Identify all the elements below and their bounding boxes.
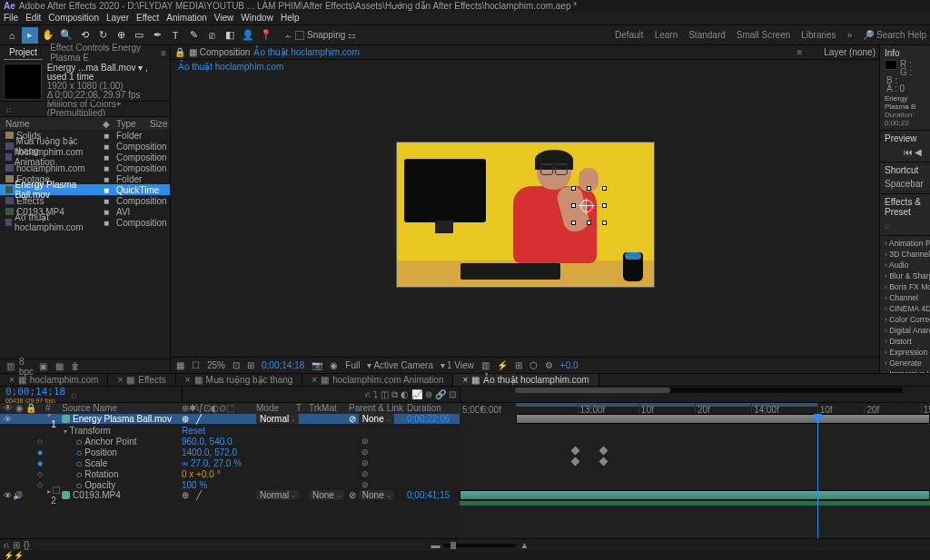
workspace-libraries[interactable]: Libraries (801, 30, 836, 40)
views-dropdown[interactable]: ▾ 1 View (440, 360, 474, 370)
new-comp-icon[interactable]: ▦ (53, 360, 65, 373)
menu-effect[interactable]: Effect (136, 13, 159, 23)
workspace-standard[interactable]: Standard (688, 30, 726, 40)
clone-tool[interactable]: ⎚ (203, 27, 220, 44)
first-frame-icon[interactable]: ⏮ (904, 147, 913, 157)
keyframe[interactable] (599, 457, 608, 467)
camera-dropdown[interactable]: ▾ Active Camera (367, 360, 433, 370)
snap-opts-icon[interactable]: ⚏ (348, 30, 356, 40)
bpc-button[interactable]: 8 bpc (20, 360, 33, 373)
home-tool[interactable]: ⌂ (4, 27, 20, 44)
effect-category[interactable]: Blur & Sharpen (880, 270, 930, 281)
menu-composition[interactable]: Composition (48, 13, 99, 23)
motion-blur-icon[interactable]: ◐ (401, 389, 409, 399)
3d-icon[interactable]: ⬡ (529, 360, 538, 370)
panel-menu-icon[interactable]: ≡ (161, 48, 166, 58)
effect-category[interactable]: Immersive Video (880, 368, 930, 373)
grid-icon[interactable]: ⊞ (515, 360, 522, 370)
comp-panel-menu-icon[interactable]: ≡ (796, 47, 802, 57)
interpret-icon[interactable]: ▥ (4, 360, 16, 373)
toggle-pane-icon[interactable]: ⊞ (13, 540, 20, 550)
transform-property[interactable]: ◇ÖOpacity100 %⊘ (0, 479, 460, 490)
project-item[interactable]: Ảo thuật hoclamphim.com■Composition (0, 217, 170, 228)
layer-row-1[interactable]: 👁 ▾ 1 Energy Plasma Ball.mov ⊕ ╱ Normal … (0, 414, 460, 425)
effect-category[interactable]: Color Correction (880, 314, 930, 325)
timeline-tab[interactable]: ×▦hoclamphim.com (0, 374, 108, 386)
graph-editor-icon[interactable]: 📈 (411, 389, 422, 399)
resolution-icon[interactable]: ⊡ (232, 360, 240, 370)
flowchart-link[interactable]: Ảo thuật hoclamphim.com (178, 62, 283, 72)
menu-edit[interactable]: Edit (25, 13, 41, 23)
timeline-tab[interactable]: ×▦Effects (108, 374, 175, 386)
align-icon[interactable]: ⫠ (283, 30, 292, 40)
project-item[interactable]: hoclamphim.com Animation■Composition (0, 152, 170, 162)
link-icon[interactable]: 🔗 (435, 389, 446, 399)
snapping-checkbox[interactable] (295, 31, 304, 40)
frame-blend-icon[interactable]: ⧉ (391, 389, 398, 400)
quality-dropdown[interactable]: Full (345, 360, 360, 370)
preview-time[interactable]: 0;00;14;18 (262, 360, 304, 370)
gpu-bolt-icon[interactable]: ⚡⚡ (4, 551, 24, 560)
project-item[interactable]: hoclamphim.com■Composition (0, 162, 170, 173)
effect-category[interactable]: CINEMA 4D (880, 303, 930, 314)
timeline-tab[interactable]: ×▦Mưa ruộng bậc thang (176, 374, 303, 386)
menu-file[interactable]: File (4, 13, 18, 23)
draft-3d-icon[interactable]: ◫ (381, 389, 389, 399)
mask-icon[interactable]: ▦ (176, 360, 184, 370)
toggle-alpha-icon[interactable]: ☐ (192, 360, 200, 370)
effect-category[interactable]: Distort (880, 336, 930, 347)
roto-tool[interactable]: 👤 (240, 27, 256, 44)
pixel-aspect-icon[interactable]: ▥ (481, 360, 490, 370)
menu-help[interactable]: Help (281, 13, 300, 23)
search-help[interactable]: 🔎 Search Help (863, 30, 926, 40)
effect-category[interactable]: Boris FX Mocha (880, 281, 930, 292)
project-search[interactable]: ⌕ (0, 101, 170, 117)
keyframe[interactable] (599, 447, 608, 456)
text-tool[interactable]: T (167, 27, 183, 44)
roi-icon[interactable]: ⊞ (247, 360, 254, 370)
new-folder-icon[interactable]: ▣ (36, 360, 49, 373)
menu-layer[interactable]: Layer (106, 13, 129, 23)
effect-category[interactable]: 3D Channel (880, 249, 930, 260)
transform-property[interactable]: ◆ÖScale∞ 27.0, 27.0 %⊘ (0, 457, 460, 468)
selection-tool[interactable]: ▸ (22, 27, 38, 44)
keyframe[interactable] (571, 447, 580, 456)
menu-animation[interactable]: Animation (166, 13, 206, 23)
effect-category[interactable]: Animation Pr (880, 238, 930, 249)
timeline-tab[interactable]: ×▦hoclamphim.com Animation (302, 374, 453, 386)
puppet-tool[interactable]: 📍 (258, 27, 274, 44)
transform-property[interactable]: ◆ÖPosition1400.0, 572.0⊘ (0, 447, 460, 457)
timeline-timecode[interactable]: 0;00;14;18 (5, 386, 65, 398)
magnification[interactable]: 25% (207, 360, 225, 370)
timeline-tab[interactable]: ×▦Ảo thuật hoclamphim.com (453, 374, 599, 386)
comp-flowchart-icon[interactable]: ⎌ (365, 389, 371, 399)
toggle-switches-icon[interactable]: ⎌ (4, 540, 9, 550)
transform-property[interactable]: ◇ÖRotation0 x +0.0 °⊘ (0, 468, 460, 479)
keyframe[interactable] (571, 457, 580, 467)
effect-category[interactable]: Channel (880, 292, 930, 303)
timeline-navigator[interactable] (460, 387, 930, 402)
layer-viewer-tab[interactable]: Layer (none) (824, 47, 876, 57)
lock-icon[interactable]: 🔒 (174, 47, 185, 57)
eraser-tool[interactable]: ◧ (222, 27, 238, 44)
project-item[interactable]: Energy Plasma Ball.mov■QuickTime (0, 184, 170, 195)
layer-row-2[interactable]: 👁🔊 ▸ 2 C0193.MP4 ⊕ ╱ Normal None ⊘ None … (0, 490, 460, 501)
zoom-slider[interactable] (443, 544, 516, 547)
render-icon[interactable]: ⚙ (545, 360, 553, 370)
comp-active-tab[interactable]: Ảo thuật hoclamphim.com (253, 47, 359, 57)
workspace-more[interactable]: » (847, 30, 853, 40)
expand-props-icon[interactable]: {} (24, 540, 30, 550)
zoom-out-icon[interactable]: ▬ (430, 540, 440, 550)
show-channel-icon[interactable]: ◉ (330, 360, 338, 370)
workspace-smallscreen[interactable]: Small Screen (737, 30, 790, 40)
timeline-tracks[interactable] (460, 414, 930, 538)
expand-icon[interactable]: ⊡ (449, 389, 456, 399)
snapshot-icon[interactable]: 📷 (312, 360, 322, 370)
shy-icon[interactable]: ⤵ (373, 389, 378, 399)
delete-icon[interactable]: 🗑 (69, 360, 82, 373)
label-col-icon[interactable]: ◆ (98, 119, 114, 129)
timeline-search-icon[interactable]: ⌕ (71, 389, 77, 400)
layer1-bar[interactable] (516, 414, 930, 424)
effect-category[interactable]: Expression Controls (880, 347, 930, 358)
effect-category[interactable]: Digital Anarchy (880, 325, 930, 336)
